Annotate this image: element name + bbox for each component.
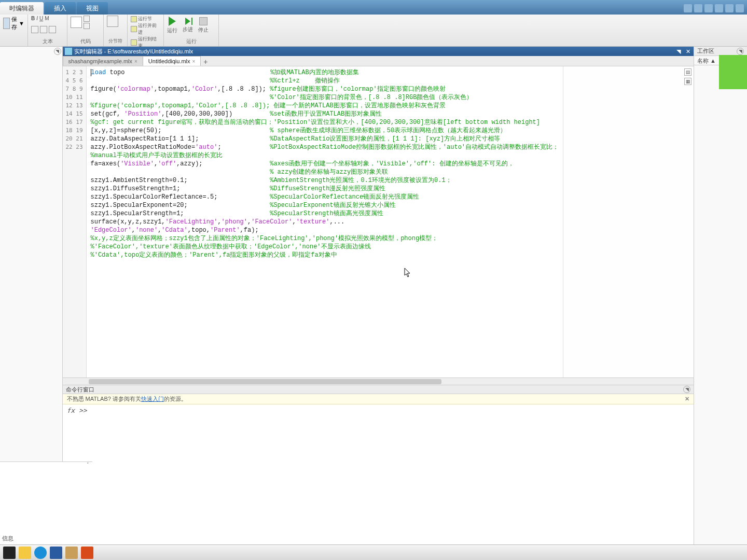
editor-titlebar: 实时编辑器 - E:\softwarestudy\Untitleddiqiu.m… xyxy=(63,47,694,56)
save-dropdown[interactable]: ▼ xyxy=(19,20,24,26)
dock-icon[interactable]: ◥ xyxy=(675,48,682,55)
scroll-thumb[interactable] xyxy=(89,379,441,384)
info-label: 信息 xyxy=(2,535,13,542)
prompt: fx >> xyxy=(67,407,87,414)
taskbar xyxy=(0,544,747,560)
group-run-label: 运行 xyxy=(167,38,215,45)
tab-label: shashangmjlexample.mlx xyxy=(68,58,133,64)
left-panel: ◥ ˅ 信息 xyxy=(0,47,63,544)
mono-button[interactable]: M xyxy=(45,16,49,21)
top-tab-bar: 时编辑器 插入 视图 xyxy=(0,0,747,15)
tb-icon[interactable] xyxy=(694,4,702,12)
run-icon[interactable] xyxy=(169,17,176,26)
tb-icon[interactable] xyxy=(704,4,713,12)
file-tab[interactable]: Untitleddiqiu.mlx× xyxy=(143,56,201,66)
close-icon[interactable]: × xyxy=(134,59,137,64)
group-code-label: 代码 xyxy=(71,38,100,45)
save-icon[interactable] xyxy=(3,18,10,29)
run-end-icon[interactable] xyxy=(131,39,137,46)
editor-icon xyxy=(65,48,72,55)
command-title: 命令行窗口 xyxy=(66,386,94,394)
line-gutter: 1 2 3 4 5 6 7 8 9 10 11 12 13 14 15 16 1… xyxy=(63,66,87,377)
run-section-icon[interactable] xyxy=(131,16,137,22)
step-label: 步进 xyxy=(183,26,193,33)
taskbar-item[interactable] xyxy=(65,547,78,559)
bold-button[interactable]: B xyxy=(31,16,35,21)
close-icon[interactable]: × xyxy=(192,59,196,64)
save-label: 保存 xyxy=(11,16,18,31)
workspace-title: 工作区 xyxy=(697,47,714,55)
align-icon[interactable] xyxy=(40,26,47,33)
close-icon[interactable]: ✕ xyxy=(684,48,691,55)
tab-insert[interactable]: 插入 xyxy=(45,2,76,15)
output-column: ▤ ▦ xyxy=(563,66,694,377)
refactor-icon[interactable] xyxy=(84,23,90,29)
new-tab-button[interactable]: + xyxy=(200,58,211,66)
tip-text: 的资源。 xyxy=(164,395,187,403)
align-icon[interactable] xyxy=(49,26,56,33)
run-section-button[interactable]: 运行节 xyxy=(138,16,152,22)
output-toggle-icon[interactable]: ▦ xyxy=(684,78,691,85)
tip-text: 不熟悉 MATLAB? 请参阅有关 xyxy=(67,395,141,403)
taskbar-item[interactable] xyxy=(34,547,47,559)
chevron-down-icon[interactable]: ˅ xyxy=(84,462,91,469)
editor-body[interactable]: 1 2 3 4 5 6 7 8 9 10 11 12 13 14 15 16 1… xyxy=(63,66,694,377)
section-break-icon[interactable] xyxy=(107,16,118,27)
tab-view[interactable]: 视图 xyxy=(77,2,108,15)
group-text-label: 文本 xyxy=(31,38,64,45)
tab-label: Untitleddiqiu.mlx xyxy=(148,58,190,64)
taskbar-item[interactable] xyxy=(81,547,93,559)
run-advance-button[interactable]: 运行并前进 xyxy=(138,22,160,36)
code-icon[interactable] xyxy=(71,17,82,28)
code-area[interactable]: load topo %加载MATLAB内置的地形数据集 %%ctrl+z 撤销操… xyxy=(87,66,563,377)
stop-label: 停止 xyxy=(198,26,209,34)
stop-icon[interactable] xyxy=(199,17,208,25)
editor-title-text: 实时编辑器 - E:\softwarestudy\Untitleddiqiu.m… xyxy=(74,48,193,55)
green-overlay xyxy=(719,55,747,89)
run-advance-icon[interactable] xyxy=(131,26,137,32)
left-bottom-panel: ˅ 信息 xyxy=(0,461,92,544)
step-icon[interactable] xyxy=(185,18,190,25)
group-section-label: 分节符 xyxy=(107,38,124,45)
titlebar-controls xyxy=(681,2,747,15)
taskbar-item[interactable] xyxy=(19,547,31,559)
tip-banner: 不熟悉 MATLAB? 请参阅有关 快速入门 的资源。 ✕ xyxy=(63,394,694,404)
underline-button[interactable]: U xyxy=(39,16,43,21)
taskbar-item[interactable] xyxy=(3,547,16,559)
command-window[interactable]: fx >> xyxy=(63,404,694,544)
refactor-icon[interactable] xyxy=(84,16,90,22)
tb-icon[interactable] xyxy=(736,4,744,12)
workspace-panel: 工作区◥ 名称 ▲ xyxy=(694,47,747,544)
ribbon: 保存▼ B I U M 文本 代码 分节符 运行节 运行并前进 xyxy=(0,15,747,47)
run-label: 运行 xyxy=(167,27,177,34)
tab-editor[interactable]: 时编辑器 xyxy=(0,2,44,15)
tb-icon[interactable] xyxy=(725,4,734,12)
h-scrollbar[interactable] xyxy=(63,377,694,385)
close-icon[interactable]: ✕ xyxy=(685,396,689,402)
file-tabs: shashangmjlexample.mlx× Untitleddiqiu.ml… xyxy=(63,56,694,66)
italic-button[interactable]: I xyxy=(36,16,38,21)
dock-icon[interactable]: ◥ xyxy=(683,386,690,393)
collapse-icon[interactable]: ◥ xyxy=(54,48,61,55)
save-icon[interactable] xyxy=(684,4,692,12)
align-icon[interactable] xyxy=(31,26,38,33)
dock-icon[interactable]: ◥ xyxy=(737,48,744,55)
taskbar-item[interactable] xyxy=(50,547,62,559)
tip-link[interactable]: 快速入门 xyxy=(141,395,164,403)
tb-icon[interactable] xyxy=(715,4,723,12)
output-toggle-icon[interactable]: ▤ xyxy=(684,68,691,76)
file-tab[interactable]: shashangmjlexample.mlx× xyxy=(63,56,143,66)
command-header: 命令行窗口 ◥ xyxy=(63,385,694,394)
